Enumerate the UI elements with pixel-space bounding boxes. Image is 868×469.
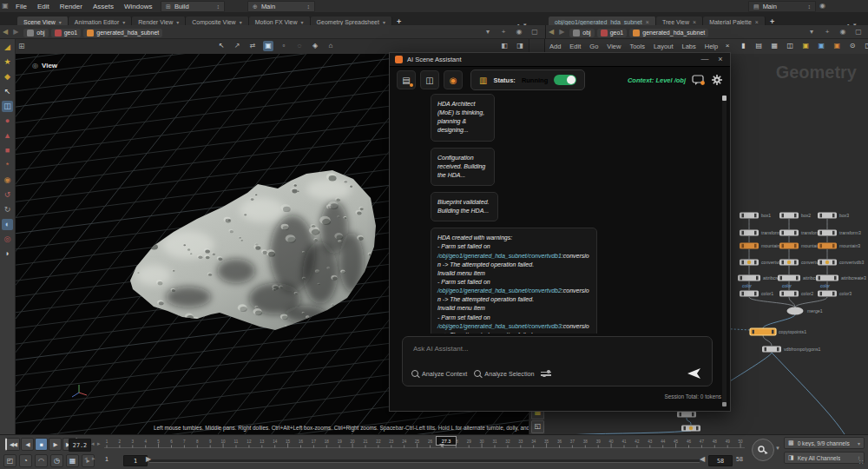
lasso-mode-icon[interactable]: ↗ (232, 41, 242, 51)
cap-tool-icon[interactable]: ◗ (2, 248, 13, 260)
net-frame-icon[interactable]: ◳ (863, 41, 868, 51)
node-box3[interactable]: box3 (818, 213, 849, 219)
snap-grid-icon[interactable]: ▣ (263, 41, 273, 51)
node-transform3[interactable]: transform3 (818, 230, 861, 236)
pane-menu-icon[interactable]: ⊞ (15, 42, 29, 50)
node-box1[interactable]: box1 (740, 213, 771, 219)
range-prev-icon[interactable]: ◂ (84, 455, 88, 462)
node-color2[interactable]: color2 (779, 291, 813, 297)
crumb-geo1[interactable]: geo1 (597, 29, 628, 37)
stop-button[interactable]: ■ (35, 438, 48, 451)
range-end-handle[interactable]: ◀ (700, 455, 705, 463)
path-globe-icon[interactable]: ◉ (514, 27, 524, 37)
net-menu-add[interactable]: Add (545, 43, 565, 50)
snap-point-icon[interactable]: ▫ (279, 41, 289, 51)
playbar-fps-icon[interactable]: ▦ (66, 454, 79, 467)
range-start-field[interactable]: 1 (123, 455, 148, 466)
key-caret-icon[interactable]: ▼ (775, 446, 780, 451)
play-forward-button[interactable]: ▶ (49, 438, 62, 451)
menu-edit[interactable]: Edit (32, 3, 55, 10)
arc-red-tool-icon[interactable]: ↺ (2, 189, 13, 201)
prompt-input[interactable]: Ask AI Assistant... Analyze Context Anal… (402, 336, 713, 386)
node-merge1[interactable]: merge1 (787, 307, 823, 315)
forward-arrow-icon[interactable]: ▶ (10, 28, 21, 36)
analyze-selection-button[interactable]: Analyze Selection (474, 370, 534, 378)
path-panes-r-icon[interactable]: ▢ (853, 27, 864, 37)
minimize-button[interactable]: — (699, 55, 711, 63)
prompt-options-icon[interactable] (541, 370, 551, 378)
net-menu-edit[interactable]: Edit (565, 43, 585, 50)
forward-arrow-icon-2[interactable]: ▶ (556, 28, 567, 36)
net-zoom-icon[interactable]: ⊙ (847, 41, 858, 51)
path-dropdown-r-icon[interactable]: ▾ (806, 27, 817, 37)
dialog-titlebar[interactable]: AI Scene Assistant (390, 53, 730, 67)
timeline-ruler[interactable]: 1234567891011121314151617181920212223242… (102, 437, 746, 452)
pose-tool-icon[interactable]: ● (2, 116, 13, 127)
node-path-link[interactable]: /obj/geo1/generated_hda_subnet/convertvd… (437, 287, 562, 294)
node-n2[interactable] (681, 426, 700, 432)
playbar-arc-icon[interactable]: ◠ (35, 454, 48, 467)
brush-mode-icon[interactable]: ⇄ (247, 41, 258, 51)
node-path-link[interactable]: /obj/geo1/generated_hda_subnet/convertvd… (437, 323, 562, 329)
node-mountain3[interactable]: mountain3 (818, 243, 860, 249)
select-mode-icon[interactable]: ↖ (216, 41, 227, 51)
range-start-handle[interactable]: ▶ (146, 455, 151, 463)
net-list-icon[interactable]: ▤ (753, 41, 764, 51)
play-reverse-button[interactable]: ◀ (21, 438, 34, 451)
secure-selection-tool-icon[interactable]: ◫ (2, 101, 13, 112)
chat-message-area[interactable]: HDA Architect (MoE) is thinking, plannin… (398, 94, 713, 334)
snapshot-tool-icon[interactable]: ◆ (2, 71, 13, 83)
path-panes-icon[interactable]: ▢ (529, 27, 540, 37)
export-button[interactable] (420, 70, 439, 89)
crumb-generated_hda_subnet[interactable]: generated_hda_subnet (83, 29, 162, 37)
corner-grip[interactable]: ∷ (859, 459, 864, 466)
current-frame-field[interactable]: 27.2 (69, 439, 91, 452)
next-key-icon[interactable]: ▸ (97, 440, 101, 447)
hand-tool-icon[interactable]: ◐ (2, 219, 13, 230)
path-globe-r-icon[interactable]: ◉ (838, 27, 848, 37)
help-circle-icon[interactable]: ◉ (819, 2, 825, 10)
crumb-generated_hda_subnet[interactable]: generated_hda_subnet (629, 29, 708, 37)
box-tool-icon[interactable]: ■ (2, 145, 13, 156)
ring-tool-icon[interactable]: ◎ (2, 234, 13, 245)
back-arrow-icon-2[interactable]: ◀ (546, 28, 556, 36)
menu-windows[interactable]: Windows (119, 3, 157, 10)
back-arrow-icon[interactable]: ◀ (0, 28, 10, 36)
send-button[interactable] (686, 367, 703, 380)
prev-key-icon[interactable]: ◂ (91, 440, 95, 447)
net-menu-layout[interactable]: Layout (649, 43, 678, 50)
jump-to-start-button[interactable]: ◀◀ (5, 438, 20, 451)
node-transform2[interactable]: transform2 (779, 230, 823, 236)
settings-gear-icon[interactable] (711, 74, 723, 86)
chat-history-icon[interactable] (692, 75, 705, 86)
node-attribcreate3[interactable]: attribcreate3color (816, 275, 866, 288)
close-button[interactable]: × (714, 55, 727, 63)
node-copytopoints1[interactable]: copytopoints1 (750, 328, 806, 335)
net-menu-view[interactable]: View (602, 43, 625, 50)
node-color3[interactable]: color3 (818, 291, 852, 297)
arc-gray-tool-icon[interactable]: ↻ (2, 204, 13, 215)
snap-circle-icon[interactable]: ◌ (294, 41, 305, 51)
net-tools-icon[interactable]: × (722, 41, 733, 51)
range-slider[interactable] (149, 459, 700, 463)
stowed-panel-icon-2[interactable]: ◱ (531, 420, 544, 433)
range-next-icon[interactable]: ▸ (92, 455, 95, 462)
net-flag-icon[interactable]: ▮ (738, 41, 748, 51)
playbar-audio-icon[interactable]: ◔ (19, 454, 32, 467)
shade-mode-icon[interactable]: ◈ (310, 41, 320, 51)
node-mountain1[interactable]: mountain1 (740, 243, 782, 249)
favorites-tool-icon[interactable]: ★ (2, 56, 13, 68)
path-pin-icon[interactable]: + (498, 27, 509, 37)
right-main-selector[interactable]: ▤ Main ↕ (748, 1, 816, 12)
crumb-geo1[interactable]: geo1 (51, 29, 82, 37)
paint-tool-icon[interactable]: ◉ (2, 175, 13, 186)
node-convertvdb3[interactable]: convertvdb3 (818, 260, 864, 266)
crumb-obj[interactable]: obj (569, 29, 594, 37)
node-box2[interactable]: box2 (779, 213, 811, 219)
desktop-selector[interactable]: ⊞ Build ↕ (161, 1, 225, 12)
net-badge-blue-icon[interactable]: ▣ (816, 41, 826, 51)
key-all-channels-dropdown[interactable]: ◨ Key All Channels ↕ (784, 452, 865, 464)
menu-render[interactable]: Render (55, 3, 88, 10)
playbar-export-icon[interactable]: ◰ (3, 454, 16, 467)
select-tool-icon[interactable]: ↖ (2, 86, 13, 97)
